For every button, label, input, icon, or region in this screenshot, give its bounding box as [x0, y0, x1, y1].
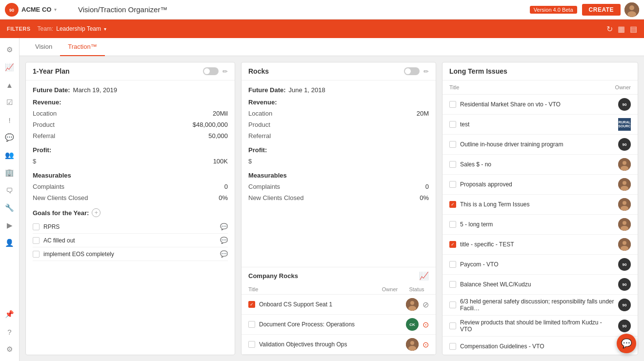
lti-5-avatar: [618, 178, 631, 191]
sidebar-person-icon[interactable]: 👤: [2, 235, 18, 251]
lti-6-checkbox[interactable]: ✓: [449, 201, 456, 208]
team-selector[interactable]: Team: Leadership Team ▾: [38, 25, 107, 32]
rock-1-checkbox[interactable]: ✓: [248, 301, 255, 308]
rocks-edit-icon[interactable]: ✏: [423, 68, 429, 75]
lti-10-text: Balance Sheet WLC/Kudzu: [460, 281, 614, 288]
one-year-plan-edit-icon[interactable]: ✏: [222, 68, 228, 75]
lti-item-11: 6/3 held general safety discussion; resp…: [443, 295, 638, 316]
sidebar-mountain-icon[interactable]: ▲: [2, 77, 18, 93]
svg-point-21: [623, 221, 626, 225]
lti-3-text: Outline in-house driver training program: [460, 141, 614, 148]
sidebar-pin-icon[interactable]: 📌: [2, 306, 18, 322]
main-layout: ⚙ 📈 ▲ ☑ ! 💬 👥 🏢 🗨 🔧 ▶ 👤 📌 ? ⚙ Vision Tra…: [0, 38, 644, 361]
svg-point-22: [621, 226, 628, 231]
rock-2-checkbox[interactable]: [248, 321, 255, 328]
lti-8-avatar: [618, 238, 631, 251]
sidebar-gear-icon[interactable]: ⚙: [2, 341, 18, 357]
sidebar-checklist-icon[interactable]: ☑: [2, 95, 18, 110]
sidebar-play-icon[interactable]: ▶: [2, 218, 18, 233]
rocks-location-label: Location: [248, 110, 297, 117]
svg-point-24: [623, 241, 626, 245]
lti-13-checkbox[interactable]: [449, 343, 456, 350]
rocks-header: Rocks ✏: [242, 62, 436, 80]
lti-item-4: Sales $ - no: [443, 155, 638, 175]
goal-item-rprs: RPRS 💬: [33, 220, 228, 234]
lti-table-header: Title Owner: [443, 80, 638, 95]
lti-item-8: ✓ title - specific - TEST: [443, 235, 638, 255]
revenue-location-label: Location: [33, 110, 81, 117]
rock-1-text: Onboard CS Support Seat 1: [259, 301, 402, 308]
sidebar-tools-icon[interactable]: 🔧: [2, 200, 18, 216]
lti-7-text: 5 - long term: [460, 221, 614, 228]
tabs: Vision Traction™: [20, 38, 644, 56]
goal-ac-comment-icon[interactable]: 💬: [220, 237, 228, 244]
lti-4-checkbox[interactable]: [449, 161, 456, 168]
lti-card-header: Long Term Issues: [443, 62, 638, 80]
filters-label: FILTERS: [7, 26, 31, 32]
svg-point-9: [410, 341, 414, 345]
lti-5-checkbox[interactable]: [449, 181, 456, 188]
lti-9-checkbox[interactable]: [449, 261, 456, 268]
rocks-product-label: Product: [248, 121, 297, 128]
sidebar-chart-icon[interactable]: 📈: [2, 60, 18, 75]
team-label: Team:: [38, 25, 54, 32]
revenue-referral-label: Referral: [33, 132, 81, 140]
layout-icon[interactable]: ▤: [630, 24, 637, 34]
lti-5-text: Proposals approved: [460, 181, 614, 188]
svg-point-12: [623, 161, 626, 165]
content-grid: 1-Year Plan ✏ Future Date: March 19, 201…: [20, 56, 644, 361]
profit-row: $ 100K: [33, 156, 228, 167]
goal-rprs-checkbox[interactable]: [33, 223, 40, 230]
rock-3-owner-avatar: [406, 338, 419, 351]
sidebar-chat-icon[interactable]: 💬: [2, 130, 18, 145]
measurable-complaints-label: Complaints: [33, 183, 81, 190]
team-dropdown-icon[interactable]: ▾: [104, 26, 106, 32]
revenue-product-value: $48,000,000: [193, 121, 228, 128]
svg-point-4: [627, 11, 636, 17]
user-avatar[interactable]: [624, 2, 639, 17]
company-dropdown-icon[interactable]: ▾: [54, 7, 57, 12]
rock-3-checkbox[interactable]: [248, 341, 255, 348]
rocks-profit-row: $: [248, 156, 429, 167]
lti-12-checkbox[interactable]: [449, 322, 456, 329]
lti-2-checkbox[interactable]: [449, 121, 456, 128]
goal-eos-checkbox[interactable]: [33, 251, 40, 258]
sidebar-comment-icon[interactable]: 🗨: [2, 182, 18, 198]
one-year-plan-header: 1-Year Plan ✏: [26, 62, 235, 80]
rocks-body: Future Date: June 1, 2018 Revenue: Locat…: [242, 80, 436, 267]
goal-ac-checkbox[interactable]: [33, 237, 40, 244]
rocks-toggle[interactable]: [404, 67, 420, 75]
lti-3-checkbox[interactable]: [449, 141, 456, 148]
create-button[interactable]: CREATE: [582, 4, 621, 16]
refresh-icon[interactable]: ↻: [606, 24, 613, 34]
rock-2-status-icon: ⊙: [423, 320, 429, 329]
lti-11-checkbox[interactable]: [449, 301, 456, 308]
rocks-col-status-header: Status: [404, 286, 429, 292]
lti-item-5: Proposals approved: [443, 175, 638, 195]
revenue-location-value: 20Mil: [213, 110, 228, 117]
lti-10-checkbox[interactable]: [449, 281, 456, 288]
tab-vision[interactable]: Vision: [27, 38, 60, 56]
tab-traction[interactable]: Traction™: [60, 38, 104, 56]
lti-4-avatar: [618, 158, 631, 171]
lti-1-checkbox[interactable]: [449, 101, 456, 108]
lti-8-checkbox[interactable]: ✓: [449, 241, 456, 248]
rocks-referral-label: Referral: [248, 132, 297, 140]
lti-item-13: Compensation Guidelines - VTO 90: [443, 337, 638, 355]
lti-7-checkbox[interactable]: [449, 221, 456, 228]
sidebar-org-icon[interactable]: 🏢: [2, 165, 18, 180]
chat-bubble[interactable]: 💬: [617, 334, 636, 353]
main-content: Vision Traction™ 1-Year Plan ✏ Future Da…: [20, 38, 644, 361]
one-year-plan-toggle[interactable]: [203, 67, 219, 75]
sidebar-people-icon[interactable]: 👥: [2, 147, 18, 163]
rocks-referral-row: Referral: [248, 130, 429, 141]
lti-9-text: Paycom - VTO: [460, 261, 614, 268]
add-goal-icon[interactable]: +: [92, 208, 101, 217]
sidebar-settings-icon[interactable]: ⚙: [2, 42, 18, 58]
goal-eos-comment-icon[interactable]: 💬: [220, 250, 228, 258]
grid-icon[interactable]: ▦: [618, 24, 625, 34]
sidebar-help-icon[interactable]: ?: [2, 324, 18, 340]
lti-item-10: Balance Sheet WLC/Kudzu 90: [443, 275, 638, 295]
goal-rprs-comment-icon[interactable]: 💬: [220, 223, 228, 230]
sidebar-alert-icon[interactable]: !: [2, 112, 18, 128]
